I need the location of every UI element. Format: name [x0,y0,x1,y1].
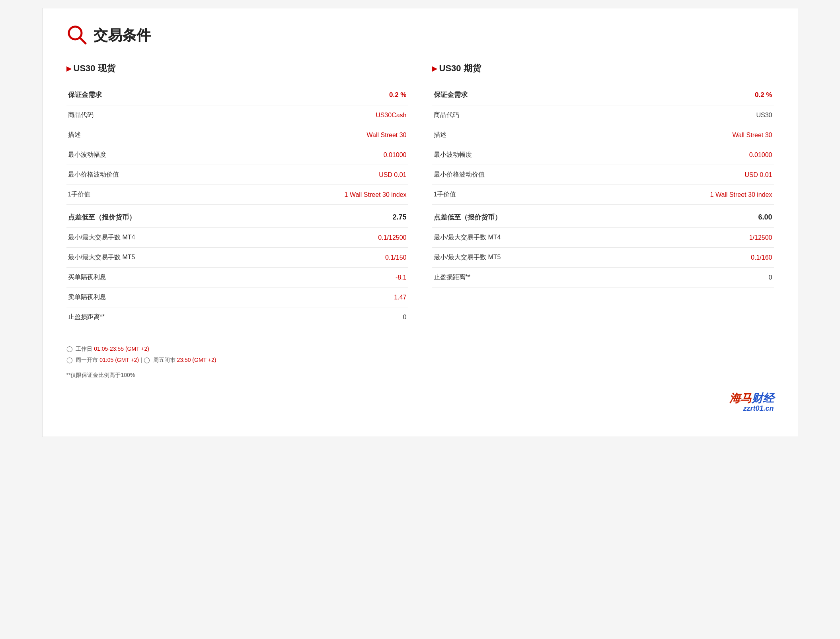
label-cell: 商品代码 [66,105,254,125]
value-cell: 0 [620,268,774,287]
footer-section: ◯ 工作日 01:05-23:55 (GMT +2) ◯ 周一开市 01:05 … [66,343,774,365]
watermark-line1b: 财经 [752,392,774,404]
table-row: 最小波动幅度0.01000 [432,145,774,165]
footer-line1-time: 01:05-23:55 (GMT +2) [94,346,149,352]
futures-table: 保证金需求0.2 %商品代码US30描述Wall Street 30最小波动幅度… [432,82,774,287]
spot-section-title: ▶ US30 现货 [66,62,408,74]
value-cell: 6.00 [620,205,774,228]
value-cell: 0.1/160 [620,248,774,268]
table-row: 1手价值1 Wall Street 30 index [432,185,774,205]
table-row: 商品代码US30Cash [66,105,408,125]
value-cell: USD 0.01 [620,165,774,185]
label-cell: 点差低至（报价货币） [432,205,620,228]
table-row: 描述Wall Street 30 [432,125,774,145]
footer-separator: | [140,357,144,363]
value-cell: -8.1 [254,268,408,287]
value-cell: US30 [620,105,774,125]
label-cell: 止盈损距离** [432,268,620,287]
table-row: 最小/最大交易手数 MT50.1/160 [432,248,774,268]
value-cell: 0 [254,307,408,327]
label-cell: 1手价值 [432,185,620,205]
table-row: 保证金需求0.2 % [432,82,774,105]
value-cell: 2.75 [254,205,408,228]
value-cell: USD 0.01 [254,165,408,185]
watermark-wrap: 海马财经 zzrt01.cn [729,391,774,413]
label-cell: 描述 [66,125,254,145]
footer-line1-prefix: 工作日 [76,346,92,352]
table-row: 买单隔夜利息-8.1 [66,268,408,287]
watermark: 海马财经 zzrt01.cn [66,391,774,413]
value-cell: 1 Wall Street 30 index [620,185,774,205]
spot-title-text: US30 现货 [74,62,115,74]
table-row: 商品代码US30 [432,105,774,125]
label-cell: 最小波动幅度 [66,145,254,165]
columns-wrapper: ▶ US30 现货 保证金需求0.2 %商品代码US30Cash描述Wall S… [66,62,774,327]
label-cell: 点差低至（报价货币） [66,205,254,228]
page-header: 交易条件 [66,24,774,47]
spot-column: ▶ US30 现货 保证金需求0.2 %商品代码US30Cash描述Wall S… [66,62,408,327]
clock2-icon: ◯ [66,354,73,365]
spot-table: 保证金需求0.2 %商品代码US30Cash描述Wall Street 30最小… [66,82,408,327]
value-cell: 0.1/150 [254,248,408,268]
table-row: 最小/最大交易手数 MT41/12500 [432,228,774,248]
value-cell: 1/12500 [620,228,774,248]
value-cell: 1 Wall Street 30 index [254,185,408,205]
footer-line1: ◯ 工作日 01:05-23:55 (GMT +2) [66,343,774,354]
table-row: 最小波动幅度0.01000 [66,145,408,165]
futures-arrow-icon: ▶ [432,65,437,72]
label-cell: 最小/最大交易手数 MT5 [432,248,620,268]
table-row: 保证金需求0.2 % [66,82,408,105]
footer-line2-suffix-time: 23:50 (GMT +2) [177,357,216,363]
value-cell: 0.2 % [620,82,774,105]
table-row: 点差低至（报价货币）6.00 [432,205,774,228]
value-cell: 1.47 [254,287,408,307]
label-cell: 最小价格波动价值 [66,165,254,185]
value-cell: 0.1/12500 [254,228,408,248]
search-icon [66,24,87,47]
label-cell: 买单隔夜利息 [66,268,254,287]
futures-column: ▶ US30 期货 保证金需求0.2 %商品代码US30描述Wall Stree… [432,62,774,327]
footer-line2-prefix: 周一开市 [76,357,98,363]
value-cell: US30Cash [254,105,408,125]
label-cell: 最小/最大交易手数 MT5 [66,248,254,268]
footer-line2-time: 01:05 (GMT +2) [99,357,139,363]
label-cell: 保证金需求 [66,82,254,105]
label-cell: 最小/最大交易手数 MT4 [66,228,254,248]
value-cell: Wall Street 30 [620,125,774,145]
value-cell: 0.01000 [620,145,774,165]
label-cell: 最小波动幅度 [432,145,620,165]
page-container: 交易条件 ▶ US30 现货 保证金需求0.2 %商品代码US30Cash描述W… [42,8,798,437]
watermark-line1: 海马 [729,392,752,404]
spot-arrow-icon: ▶ [66,65,71,72]
value-cell: 0.2 % [254,82,408,105]
value-cell: Wall Street 30 [254,125,408,145]
table-row: 1手价值1 Wall Street 30 index [66,185,408,205]
label-cell: 保证金需求 [432,82,620,105]
table-row: 最小价格波动价值USD 0.01 [66,165,408,185]
label-cell: 商品代码 [432,105,620,125]
svg-line-1 [80,38,86,43]
footer-line2-suffix-prefix: 周五闭市 [153,357,175,363]
futures-title-text: US30 期货 [439,62,481,74]
footer-line2: ◯ 周一开市 01:05 (GMT +2) | ◯ 周五闭市 23:50 (GM… [66,354,774,365]
label-cell: 止盈损距离** [66,307,254,327]
footer-note: **仅限保证金比例高于100% [66,372,774,379]
table-row: 最小/最大交易手数 MT40.1/12500 [66,228,408,248]
value-cell: 0.01000 [254,145,408,165]
futures-section-title: ▶ US30 期货 [432,62,774,74]
label-cell: 1手价值 [66,185,254,205]
label-cell: 最小价格波动价值 [432,165,620,185]
page-title: 交易条件 [94,26,151,45]
table-row: 止盈损距离**0 [432,268,774,287]
label-cell: 卖单隔夜利息 [66,287,254,307]
clock-icon: ◯ [66,343,73,354]
label-cell: 最小/最大交易手数 MT4 [432,228,620,248]
table-row: 描述Wall Street 30 [66,125,408,145]
table-row: 最小/最大交易手数 MT50.1/150 [66,248,408,268]
table-row: 点差低至（报价货币）2.75 [66,205,408,228]
label-cell: 描述 [432,125,620,145]
table-row: 最小价格波动价值USD 0.01 [432,165,774,185]
table-row: 止盈损距离**0 [66,307,408,327]
clock3-icon: ◯ [144,354,150,365]
table-row: 卖单隔夜利息1.47 [66,287,408,307]
